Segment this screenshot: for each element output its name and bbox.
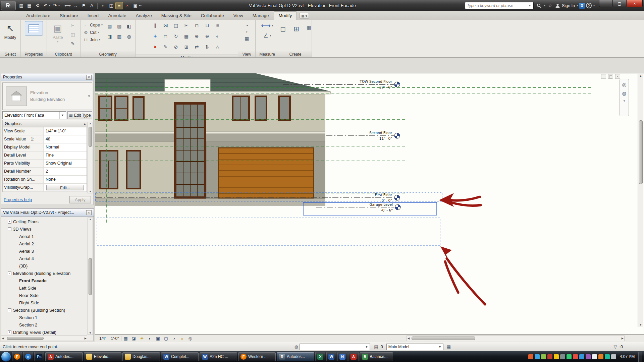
tray-icon[interactable] [611,354,616,359]
scroll-right-icon[interactable]: ▶ [622,337,624,340]
temporary-hide-isolate-icon[interactable]: ◔ [171,336,178,342]
tree-item-aerial-2[interactable]: Aerial 2 [1,240,94,247]
pinned-photoshop-icon[interactable]: Ps [34,352,44,361]
active-workset-combo[interactable]: ▼ [300,344,370,350]
panel-label-select[interactable]: Select [0,51,20,57]
tab-architecture[interactable]: Architecture [21,12,55,20]
taskbar-button-complete-doc[interactable]: WComplet... [161,352,199,361]
mirror-axis-icon[interactable]: ◫ [171,21,181,30]
tray-icon[interactable] [605,354,610,359]
tab-insert[interactable]: Insert [83,12,104,20]
scroll-up-icon[interactable]: ▲ [89,122,92,125]
start-button[interactable] [1,352,11,362]
tree-item-section-2[interactable]: Section 2 [1,321,94,328]
level-name[interactable]: Second Floor [369,131,392,135]
view-close-icon[interactable]: × [615,74,620,79]
tray-icon[interactable] [592,354,597,359]
close-button[interactable]: × [627,0,643,7]
paint-icon[interactable]: ◨ [105,32,114,41]
worksets-icon[interactable]: ◍ [293,344,300,350]
modify-button[interactable]: ↖ Modify [1,21,19,40]
tree-expander-icon[interactable]: - [8,272,11,275]
redo-caret-icon[interactable]: ▾ [58,4,60,7]
panel-label-modify[interactable]: Modify [136,54,238,57]
customize-qat-caret-icon[interactable]: ▾ [140,4,142,7]
pin-icon[interactable]: ⊕ [192,32,202,41]
tree-item-aerial-3[interactable]: Aerial 3 [1,247,94,255]
drawing-area[interactable]: TOW Second Floor 20' - 0" Second Floor 1… [95,73,644,335]
type-selector[interactable]: Elevation Building Elevation ▼ [2,82,92,110]
shape-icon[interactable]: △ [213,43,222,51]
canvas-hscrollbar[interactable]: ◀ ▶ [407,336,625,341]
tray-icon[interactable] [573,354,578,359]
level-name[interactable]: First Floor [375,193,392,197]
chevron-down-icon[interactable]: ▾ [624,99,625,103]
scrollbar-thumb[interactable] [89,127,92,147]
panel-label-measure[interactable]: Measure [256,51,279,57]
infocenter-search[interactable]: ▸ [465,2,534,9]
demolish-icon[interactable]: ▨ [115,32,124,41]
split-element-icon[interactable]: ✂ [182,21,191,30]
save-icon[interactable]: ▦ [25,2,33,9]
tree-item-front-facade[interactable]: Front Facade [1,277,94,284]
edit-type-button[interactable]: ▦Edit Type [67,111,92,119]
property-value[interactable]: 48 [44,135,87,143]
level-elevation[interactable]: 20' - 0" [379,85,392,89]
graphics-section-header[interactable]: Graphics ▴ ▾ [2,120,92,127]
help-icon[interactable]: ? [585,2,592,9]
panel-label-view[interactable]: View [238,51,255,57]
tray-icon[interactable] [528,354,533,359]
panel-label-properties[interactable]: Properties [21,51,47,57]
search-caret-icon[interactable]: ▸ [528,4,532,7]
scroll-up-icon[interactable]: ▲ [639,74,642,77]
properties-palette-titlebar[interactable]: Properties × [1,73,94,81]
level-head-icon[interactable] [394,195,400,200]
tray-icon[interactable] [598,354,603,359]
tray-icon[interactable] [547,354,552,359]
cut-profile-icon[interactable]: ⊘ [171,43,181,51]
tree-item-drafting-views[interactable]: +Drafting Views (Detail) [1,328,94,336]
view-restore-icon[interactable]: ▢ [608,74,613,79]
tab-collaborate[interactable]: Collaborate [196,12,229,20]
create-similar-icon[interactable]: ⊞ [291,23,302,35]
scroll-down-icon[interactable]: ▼ [89,190,92,193]
sun-path-icon[interactable]: ☀ [139,336,146,342]
view-minimize-icon[interactable]: – [601,74,606,79]
swap-icon[interactable]: ⇄ [192,43,202,51]
worksharing-display-icon[interactable]: ◎ [187,336,194,342]
tree-item-aerial-4[interactable]: Aerial 4 [1,255,94,262]
tray-icon[interactable] [579,354,584,359]
tree-item-aerial-1[interactable]: Aerial 1 [1,233,94,240]
property-value[interactable]: Fine [44,152,87,159]
default-3d-view-icon[interactable]: ⌂ [99,2,107,9]
browser-scrollbar[interactable]: ▲ ▼ [88,218,93,335]
scroll-down-icon[interactable]: ▼ [89,331,92,335]
show-desktop-button[interactable] [638,352,642,362]
copy-to-clipboard-icon[interactable]: ◫ [68,30,77,39]
angular-dimension-button[interactable]: ∠▾ [262,32,272,40]
tree-expander-icon[interactable]: - [8,308,11,312]
restore-button[interactable]: ▢ [613,0,626,7]
tree-item-rear-side[interactable]: Rear Side [1,292,94,299]
paste-button[interactable]: ▣ Paste ▾ [49,21,67,43]
taskbar-adobe-icon[interactable]: A [348,352,359,361]
property-value[interactable]: None [44,176,87,183]
switch-windows-icon[interactable]: ▣ [131,2,139,9]
view-scale-button[interactable]: 1/4" = 1'-0" [97,336,121,341]
legend-component-icon[interactable]: ▦ [304,23,314,32]
cut-geometry-button[interactable]: ⊘Cut▾ [82,29,104,36]
undo-caret-icon[interactable]: ▾ [49,4,50,7]
level-head-icon[interactable] [395,204,400,210]
tree-expander-icon[interactable]: + [8,220,11,224]
reveal-hidden-elements-icon[interactable]: ☼ [179,336,186,342]
tray-icon[interactable] [567,354,572,359]
chevron-down-icon[interactable]: ▾ [592,4,596,7]
copy-icon[interactable]: ◻ [161,32,170,41]
visibility-edit-button[interactable]: Edit... [46,185,84,190]
join-geometry-button[interactable]: ⊔Join▾ [82,37,104,43]
application-menu-button[interactable]: R▾ [1,1,16,10]
cut-to-clipboard-icon[interactable]: ✂ [68,21,77,30]
search-input[interactable] [467,3,528,8]
property-value[interactable]: 2 [44,168,87,175]
clock[interactable]: 4:07 PM [618,354,637,359]
